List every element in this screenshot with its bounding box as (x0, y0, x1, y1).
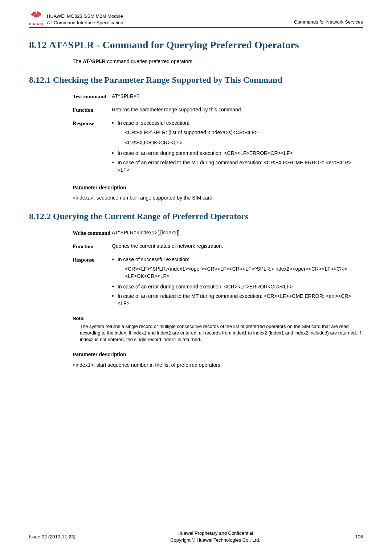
subsection-2-title: Querying the Current Range of Preferred … (53, 212, 249, 221)
huawei-fan-icon (30, 10, 43, 22)
header-left: HUAWEI HUAWEI MG323 GSM M2M Module AT Co… (29, 10, 123, 26)
header-titles: HUAWEI MG323 GSM M2M Module AT Command I… (47, 13, 123, 26)
function-value-2: Queries the current status of network re… (112, 242, 363, 250)
function-label: Function (73, 106, 112, 114)
note-body: The system returns a single record or mu… (80, 323, 363, 343)
response2-bullet-3-text: In case of an error related to the MT du… (118, 292, 363, 307)
response-bullet-1-text: In case of successful execution: (118, 119, 363, 127)
response2-bullet-2-text: In case of an error during command execu… (118, 283, 363, 290)
response2-bullet-1-text: In case of successful execution: (118, 256, 363, 263)
product-line-2: AT Command Interface Specification (47, 20, 123, 26)
function-row: Function Returns the parameter range sup… (73, 106, 363, 114)
section-intro: The AT^SPLR command queries preferred op… (73, 58, 363, 65)
brand-logo: HUAWEI (29, 10, 43, 26)
footer-center: Huawei Proprietary and Confidential Copy… (75, 530, 355, 544)
intro-pre: The (73, 58, 83, 64)
note-label: Note: (73, 315, 363, 322)
subsection-1-number: 8.12.1 (29, 75, 51, 85)
subsection-1-heading: 8.12.1 Checking the Parameter Range Supp… (29, 74, 363, 85)
response2-bullet-3: • In case of an error related to the MT … (112, 292, 363, 307)
response-bullet-1-sub2: <CR><LF>OK<CR><LF> (125, 139, 363, 146)
bullet-icon: • (112, 256, 118, 263)
section-heading: 8.12 AT^SPLR - Command for Querying Pref… (29, 38, 363, 51)
response-body: • In case of successful execution: <CR><… (112, 119, 363, 176)
page-header: HUAWEI HUAWEI MG323 GSM M2M Module AT Co… (29, 0, 363, 28)
response-body-2: • In case of successful execution: <CR><… (112, 256, 363, 309)
response-bullet-3-text: In case of an error related to the MT du… (118, 159, 363, 174)
parameter-description-line-2: <index1>: start sequence number in the l… (73, 361, 363, 369)
section-title: AT^SPLR - Command for Querying Preferred… (49, 39, 299, 50)
note-block: Note: The system returns a single record… (73, 315, 363, 343)
response-bullet-1: • In case of successful execution: (112, 119, 363, 127)
page-footer: Issue 02 (2010-11-23) Huawei Proprietary… (29, 527, 363, 544)
response-label-2: Response (73, 256, 112, 264)
product-line-1: HUAWEI MG323 GSM M2M Module (47, 13, 123, 20)
write-command-label: Write command (73, 229, 112, 237)
response-row-2: Response • In case of successful executi… (73, 256, 363, 309)
footer-issue: Issue 02 (2010-11-23) (29, 534, 75, 541)
response-bullet-3: • In case of an error related to the MT … (112, 159, 363, 174)
function-value: Returns the parameter range supported by… (112, 106, 363, 113)
bullet-icon: • (112, 149, 118, 156)
footer-copyright: Copyright © Huawei Technologies Co., Ltd… (75, 537, 355, 544)
bullet-icon: • (112, 292, 118, 299)
test-command-row: Test command AT^SPLR=? (73, 93, 363, 101)
test-command-label: Test command (73, 93, 112, 101)
write-command-row: Write command AT^SPLR=<index1>[,[index2]… (73, 229, 363, 237)
response-label: Response (73, 119, 112, 128)
footer-proprietary: Huawei Proprietary and Confidential (75, 530, 355, 537)
test-command-value: AT^SPLR=? (112, 93, 363, 100)
response2-bullet-2: • In case of an error during command exe… (112, 283, 363, 290)
parameter-description-heading-2: Parameter description (73, 351, 363, 358)
response2-bullet-1-sub1: <CR><LF>^SPLR:<index1><oper><CR><LF><CR>… (125, 265, 363, 280)
definition-block-2: Write command AT^SPLR=<index1>[,[index2]… (73, 229, 363, 309)
subsection-2-heading: 8.12.2 Querying the Current Range of Pre… (29, 211, 363, 222)
response-bullet-1-sub1: <CR><LF>^SPLR: (list of supported <index… (125, 129, 363, 136)
function-label-2: Function (73, 242, 112, 251)
response-bullet-2-text: In case of an error during command execu… (118, 149, 363, 157)
parameter-description-heading-1: Parameter description (73, 184, 363, 191)
bullet-icon: • (112, 119, 118, 126)
bullet-icon: • (112, 283, 118, 290)
header-right: Commands for Network Services (294, 19, 363, 26)
parameter-description-line-1: <indexa>: sequence number range supporte… (73, 194, 363, 201)
function-row-2: Function Queries the current status of n… (73, 242, 363, 251)
footer-page-number: 105 (355, 534, 363, 541)
response2-bullet-1: • In case of successful execution: (112, 256, 363, 263)
response-row: Response • In case of successful executi… (73, 119, 363, 176)
write-command-value: AT^SPLR=<index1>[,[index2]] (112, 229, 363, 236)
definition-block-1: Test command AT^SPLR=? Function Returns … (73, 93, 363, 176)
intro-cmd: AT^SPLR (83, 58, 106, 64)
section-number: 8.12 (29, 39, 47, 50)
intro-post: command queries preferred operators. (106, 58, 194, 64)
response-bullet-2: • In case of an error during command exe… (112, 149, 363, 157)
subsection-2-number: 8.12.2 (29, 212, 51, 221)
bullet-icon: • (112, 159, 118, 166)
subsection-1-title: Checking the Parameter Range Supported b… (53, 75, 282, 85)
